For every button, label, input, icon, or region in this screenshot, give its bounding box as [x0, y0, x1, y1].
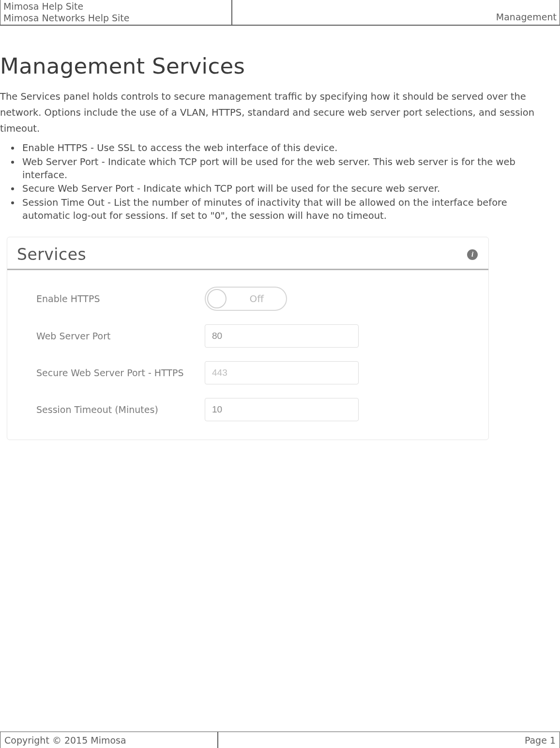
header-left-cell: Mimosa Help Site Mimosa Networks Help Si… — [0, 0, 232, 25]
page-body: Management Services The Services panel h… — [0, 34, 555, 440]
list-item: Web Server Port - Indicate which TCP por… — [20, 155, 555, 182]
footer-copyright: Copyright © 2015 Mimosa — [0, 732, 218, 748]
toggle-enable-https[interactable]: Off — [205, 287, 287, 311]
input-web-server-port[interactable] — [205, 324, 359, 348]
label-session-timeout: Session Timeout (Minutes) — [36, 404, 205, 415]
label-web-server-port: Web Server Port — [36, 331, 205, 341]
services-panel: Services i Enable HTTPS Off Web Server P… — [7, 237, 489, 440]
footer-page-number: Page 1 — [218, 732, 560, 748]
page-footer: Copyright © 2015 Mimosa Page 1 — [0, 732, 560, 748]
label-secure-web-server-port: Secure Web Server Port - HTTPS — [36, 367, 205, 378]
services-panel-title: Services — [17, 245, 86, 264]
info-icon[interactable]: i — [467, 249, 478, 260]
input-session-timeout[interactable] — [205, 398, 359, 421]
row-secure-web-server-port: Secure Web Server Port - HTTPS — [7, 354, 488, 391]
row-enable-https: Enable HTTPS Off — [7, 280, 488, 318]
list-item: Secure Web Server Port - Indicate which … — [20, 182, 555, 195]
site-title-line2: Mimosa Networks Help Site — [3, 13, 228, 24]
services-panel-body: Enable HTTPS Off Web Server Port Secure … — [7, 270, 488, 440]
row-web-server-port: Web Server Port — [7, 318, 488, 354]
page-title: Management Services — [0, 53, 555, 79]
page-header: Mimosa Help Site Mimosa Networks Help Si… — [0, 0, 560, 26]
site-title-line1: Mimosa Help Site — [3, 1, 228, 13]
input-secure-web-server-port[interactable] — [205, 361, 359, 384]
list-item: Enable HTTPS - Use SSL to access the web… — [20, 141, 555, 154]
description-list: Enable HTTPS - Use SSL to access the web… — [20, 141, 555, 222]
row-session-timeout: Session Timeout (Minutes) — [7, 391, 488, 428]
header-section-label: Management — [496, 12, 557, 23]
toggle-state-label: Off — [249, 293, 264, 305]
list-item: Session Time Out - List the number of mi… — [20, 196, 555, 223]
header-right-cell: Management — [232, 0, 560, 25]
intro-paragraph: The Services panel holds controls to sec… — [0, 89, 555, 137]
services-panel-header: Services i — [7, 237, 488, 270]
label-enable-https: Enable HTTPS — [36, 293, 205, 304]
toggle-knob — [207, 289, 227, 308]
